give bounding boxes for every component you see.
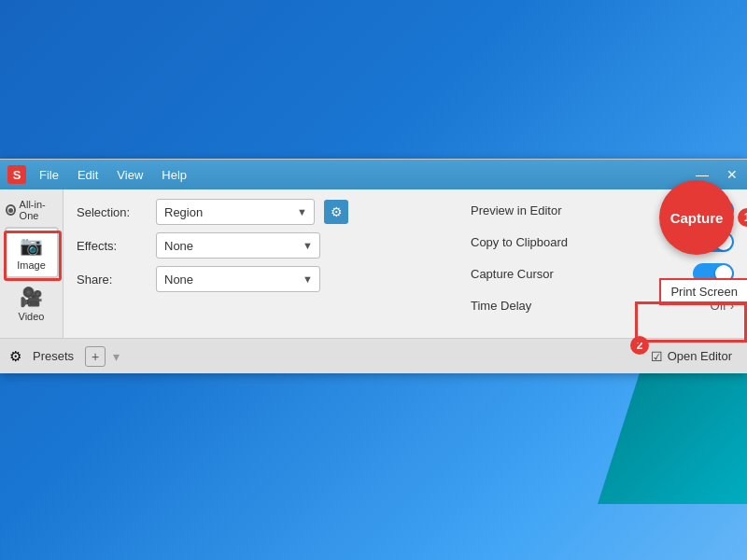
preview-label: Preview in Editor bbox=[471, 203, 562, 217]
presets-label: Presets bbox=[33, 349, 74, 363]
sidebar-item-video[interactable]: 🎥 Video bbox=[5, 280, 59, 328]
app-logo: S bbox=[7, 165, 26, 184]
menu-view[interactable]: View bbox=[109, 166, 150, 184]
share-row: Share: None FTP Email ▼ bbox=[77, 266, 444, 292]
effects-label: Effects: bbox=[77, 239, 147, 253]
menu-bar: File Edit View Help bbox=[32, 166, 194, 184]
controls-area: Selection: Region Window Full Screen Scr… bbox=[63, 189, 458, 338]
sidebar: All-in-One 📷 Image 🎥 Video 1 bbox=[0, 189, 63, 338]
dropdown-presets-icon: ▾ bbox=[113, 349, 120, 364]
sidebar-image-label: Image bbox=[17, 259, 46, 271]
selection-dropdown[interactable]: Region Window Full Screen Scrolling bbox=[156, 199, 315, 225]
presets-gear-icon: ⚙ bbox=[9, 348, 21, 365]
menu-edit[interactable]: Edit bbox=[70, 166, 106, 184]
selection-row: Selection: Region Window Full Screen Scr… bbox=[77, 199, 444, 225]
toggles-area: Capture Print Screen Preview in Editor C… bbox=[458, 189, 747, 338]
share-label: Share: bbox=[77, 273, 147, 287]
effects-row: Effects: None Drop Shadow Border ▼ bbox=[77, 232, 444, 259]
selection-gear-button[interactable]: ⚙ bbox=[324, 200, 348, 224]
open-editor-label: Open Editor bbox=[668, 349, 732, 363]
app-window: S File Edit View Help — ✕ All-in-One 📷 I… bbox=[0, 159, 747, 373]
video-icon: 🎥 bbox=[20, 286, 43, 308]
presets-button[interactable]: Presets bbox=[27, 346, 79, 366]
sidebar-video-label: Video bbox=[19, 311, 45, 322]
share-dropdown[interactable]: None FTP Email bbox=[156, 266, 320, 292]
menu-file[interactable]: File bbox=[32, 166, 66, 184]
capture-button[interactable]: Capture bbox=[659, 180, 734, 255]
share-dropdown-wrapper: None FTP Email ▼ bbox=[156, 266, 320, 292]
selection-dropdown-wrapper: Region Window Full Screen Scrolling ▼ bbox=[156, 199, 315, 225]
open-editor-button[interactable]: ☑ Open Editor bbox=[645, 346, 738, 367]
effects-dropdown-wrapper: None Drop Shadow Border ▼ bbox=[156, 232, 320, 259]
add-preset-button[interactable]: + bbox=[85, 346, 106, 367]
radio-all-in-one bbox=[6, 204, 16, 216]
editor-icon: ☑ bbox=[651, 349, 663, 364]
main-content: All-in-One 📷 Image 🎥 Video 1 Selection: bbox=[0, 189, 747, 338]
sidebar-all-in-one-label: All-in-One bbox=[20, 199, 57, 221]
camera-icon: 📷 bbox=[20, 234, 43, 257]
sidebar-item-image[interactable]: 📷 Image bbox=[5, 227, 59, 278]
close-button[interactable]: ✕ bbox=[717, 160, 747, 189]
sidebar-item-all-in-one[interactable]: All-in-One bbox=[0, 195, 63, 225]
selection-label: Selection: bbox=[77, 205, 147, 219]
annotation-2: 2 bbox=[630, 336, 649, 355]
menu-help[interactable]: Help bbox=[154, 166, 194, 184]
desktop-decoration bbox=[598, 364, 747, 504]
cursor-label: Capture Cursor bbox=[471, 267, 554, 281]
print-screen-box: Print Screen bbox=[659, 278, 747, 305]
time-delay-label: Time Delay bbox=[471, 299, 531, 313]
bottom-right: ☑ Open Editor bbox=[645, 346, 738, 367]
effects-dropdown[interactable]: None Drop Shadow Border bbox=[156, 232, 320, 259]
clipboard-label: Copy to Clipboard bbox=[471, 235, 568, 249]
title-bar: S File Edit View Help — ✕ bbox=[0, 160, 747, 189]
